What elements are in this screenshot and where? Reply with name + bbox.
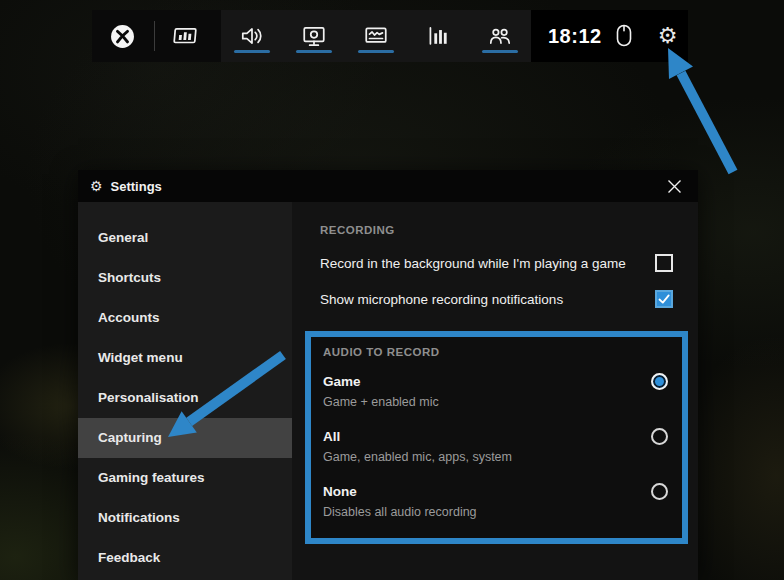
mic-notifications-checkbox[interactable] — [655, 290, 673, 308]
sidebar-item-shortcuts[interactable]: Shortcuts — [78, 258, 292, 298]
audio-icon — [239, 23, 265, 49]
active-widget-underline — [234, 50, 270, 53]
sidebar-item-gaming-features[interactable]: Gaming features — [78, 458, 292, 498]
active-widget-underline — [482, 50, 518, 53]
mic-notifications-label: Show microphone recording notifications — [320, 292, 563, 307]
capture-icon — [301, 23, 327, 49]
audio-option-game: Game Game + enabled mic — [323, 371, 671, 413]
audio-option-game-description: Game + enabled mic — [323, 392, 631, 413]
annotation-arrow-to-gear — [640, 40, 760, 185]
people-icon — [487, 23, 513, 49]
social-widget-button[interactable] — [469, 10, 531, 62]
divider — [154, 21, 155, 51]
audio-option-none-description: Disables all audio recording — [323, 502, 631, 523]
xbox-home-button[interactable] — [110, 24, 135, 49]
audio-option-none: None Disables all audio recording — [323, 481, 671, 523]
sidebar-item-notifications[interactable]: Notifications — [78, 498, 292, 538]
audio-option-all-description: Game, enabled mic, apps, system — [323, 447, 631, 468]
background-recording-checkbox[interactable] — [655, 254, 673, 272]
check-icon — [657, 292, 671, 306]
sidebar-item-general[interactable]: General — [78, 218, 292, 258]
audio-option-game-label: Game — [323, 371, 631, 392]
mouse-icon — [616, 24, 632, 48]
game-bar-widget-section — [221, 10, 531, 62]
audio-to-record-group: AUDIO TO RECORD Game Game + enabled mic … — [305, 331, 688, 544]
widget-menu-button[interactable] — [171, 23, 198, 49]
audio-option-game-radio[interactable] — [651, 373, 668, 390]
active-widget-underline — [358, 50, 394, 53]
stats-widget-button[interactable] — [407, 10, 469, 62]
recording-section-header: RECORDING — [320, 224, 673, 236]
clock: 18:12 — [548, 25, 602, 48]
audio-option-all: All Game, enabled mic, apps, system — [323, 426, 671, 468]
game-bar: 18:12 ⚙ — [92, 10, 688, 62]
audio-option-all-label: All — [323, 426, 631, 447]
settings-window-title: Settings — [111, 179, 162, 194]
bar-chart-icon — [425, 23, 451, 49]
widget-menu-icon — [171, 23, 198, 49]
audio-option-all-radio[interactable] — [651, 428, 668, 445]
background-recording-row: Record in the background while I'm playi… — [320, 251, 673, 275]
active-widget-underline — [296, 50, 332, 53]
background-recording-label: Record in the background while I'm playi… — [320, 256, 626, 271]
settings-titlebar: ⚙ Settings — [78, 170, 698, 202]
settings-gear-icon: ⚙ — [90, 179, 103, 193]
audio-option-none-label: None — [323, 481, 631, 502]
capturing-settings-panel: RECORDING Record in the background while… — [292, 202, 698, 580]
audio-widget-button[interactable] — [221, 10, 283, 62]
mouse-settings-button[interactable] — [616, 24, 632, 48]
xbox-logo-icon — [110, 24, 135, 49]
mic-notifications-row: Show microphone recording notifications — [320, 287, 673, 311]
performance-icon — [363, 23, 389, 49]
game-bar-left-section — [92, 10, 221, 62]
audio-option-none-radio[interactable] — [651, 483, 668, 500]
annotation-arrow-to-capturing — [150, 345, 295, 450]
sidebar-item-accounts[interactable]: Accounts — [78, 298, 292, 338]
performance-widget-button[interactable] — [345, 10, 407, 62]
capture-widget-button[interactable] — [283, 10, 345, 62]
audio-to-record-header: AUDIO TO RECORD — [323, 346, 671, 358]
sidebar-item-feedback[interactable]: Feedback — [78, 538, 292, 578]
